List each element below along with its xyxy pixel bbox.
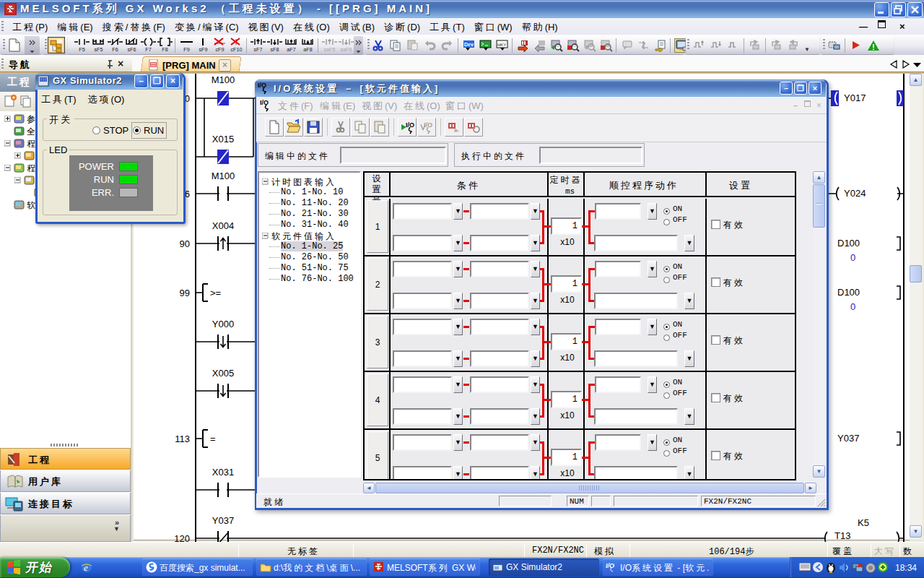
svg-text:I/O: I/O	[258, 82, 266, 89]
svg-text:e: e	[84, 562, 88, 573]
svg-text:X015: X015	[212, 134, 234, 144]
svg-text:>=: >=	[210, 288, 221, 298]
svg-text:D100: D100	[837, 238, 860, 249]
svg-text:HKY: HKY	[497, 43, 506, 47]
svg-text:Y024: Y024	[844, 188, 866, 199]
svg-text:0: 0	[850, 252, 855, 263]
svg-text:X005: X005	[212, 368, 234, 379]
svg-text:90: 90	[180, 238, 190, 249]
svg-text:113: 113	[175, 434, 190, 444]
svg-text:X031: X031	[212, 467, 234, 478]
svg-text:0: 0	[850, 301, 855, 312]
svg-text:I/O: I/O	[606, 562, 614, 569]
svg-text:Y037: Y037	[837, 433, 859, 444]
svg-text:M100: M100	[212, 171, 235, 181]
svg-text:T13: T13	[834, 530, 850, 541]
svg-text:M100: M100	[212, 74, 235, 85]
svg-text:X004: X004	[212, 220, 234, 231]
svg-text:Y017: Y017	[844, 92, 866, 103]
svg-text:I/O: I/O	[260, 99, 269, 106]
svg-text:K5: K5	[858, 517, 869, 528]
svg-text:=: =	[210, 434, 216, 444]
svg-text:120: 120	[174, 533, 190, 542]
svg-text:Y037: Y037	[212, 515, 234, 526]
svg-text:Y000: Y000	[212, 319, 234, 329]
svg-text:99: 99	[180, 288, 190, 298]
svg-text:Dev: Dev	[464, 42, 474, 47]
svg-text:D100: D100	[837, 287, 860, 298]
